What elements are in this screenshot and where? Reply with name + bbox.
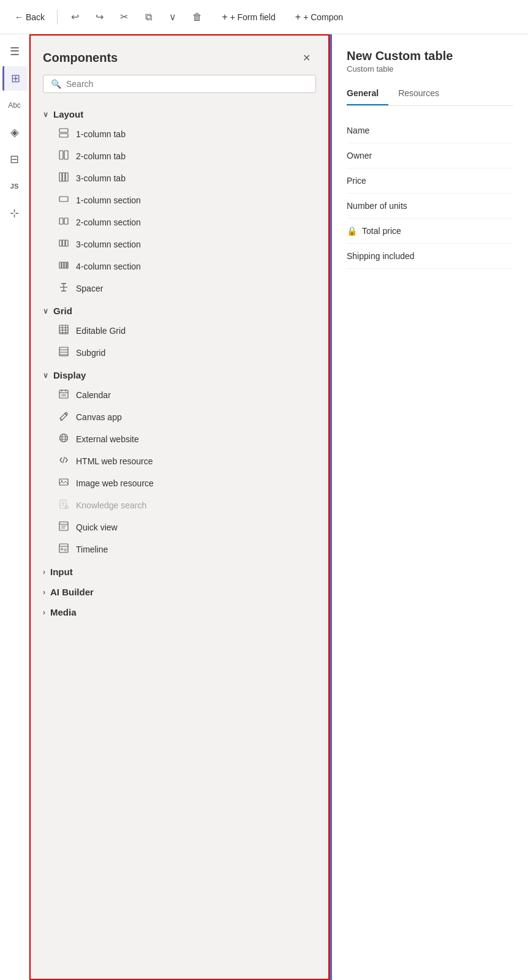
delete-button[interactable]: 🗑 — [187, 7, 207, 27]
delete-icon: 🗑 — [192, 12, 202, 23]
tab-general[interactable]: General — [347, 83, 388, 105]
canvas-app-icon — [58, 411, 70, 423]
cut-button[interactable]: ✂ — [114, 7, 134, 27]
component-button[interactable]: + + Compon — [290, 9, 348, 25]
back-label: Back — [26, 12, 45, 22]
component-editable-grid[interactable]: Editable Grid — [43, 320, 316, 342]
dropdown-button[interactable]: ∨ — [163, 7, 183, 27]
field-price-label: Price — [347, 176, 366, 186]
svg-rect-54 — [59, 544, 68, 552]
search-box[interactable]: 🔍 — [43, 75, 316, 93]
sidebar-hamburger[interactable]: ☰ — [2, 39, 27, 64]
component-spacer[interactable]: Spacer — [43, 277, 316, 300]
sidebar-text[interactable]: Abc — [2, 93, 27, 118]
back-button[interactable]: ← Back — [10, 10, 50, 24]
undo-button[interactable]: ↩ — [65, 7, 85, 27]
category-input-label: Input — [50, 567, 73, 577]
svg-rect-16 — [67, 262, 68, 268]
search-input[interactable] — [66, 79, 308, 89]
svg-rect-11 — [62, 240, 65, 246]
form-field-label: + Form field — [230, 12, 275, 22]
component-3-column-section[interactable]: 3-column section — [43, 233, 316, 255]
svg-rect-31 — [59, 390, 68, 398]
image-web-resource-icon — [58, 477, 70, 489]
svg-rect-9 — [64, 218, 68, 224]
2-column-tab-label: 2-column tab — [76, 151, 126, 161]
category-media-label: Media — [50, 607, 77, 617]
panel-close-button[interactable]: ✕ — [296, 48, 316, 67]
3-column-tab-icon — [58, 172, 70, 184]
component-3-column-tab[interactable]: 3-column tab — [43, 167, 316, 189]
component-timeline[interactable]: Timeline — [43, 538, 316, 560]
component-calendar[interactable]: Calendar — [43, 384, 316, 406]
undo-icon: ↩ — [71, 11, 79, 23]
svg-rect-1 — [59, 134, 68, 137]
subgrid-label: Subgrid — [76, 348, 105, 358]
chevron-right-icon: › — [43, 608, 45, 617]
sidebar-connector[interactable]: ⊹ — [2, 201, 27, 225]
copy-button[interactable]: ⧉ — [138, 7, 158, 27]
component-subgrid[interactable]: Subgrid — [43, 342, 316, 364]
subgrid-icon — [58, 347, 70, 359]
1-column-tab-label: 1-column tab — [76, 129, 126, 139]
layout-items: 1-column tab 2-column tab — [43, 123, 316, 300]
component-quick-view[interactable]: Quick view — [43, 516, 316, 538]
svg-rect-5 — [62, 173, 65, 181]
chevron-down-icon: ∨ — [43, 371, 48, 380]
sidebar-icons: ☰ ⊞ Abc ◈ ⊟ JS ⊹ — [0, 34, 29, 980]
image-web-resource-label: Image web resource — [76, 478, 154, 488]
redo-button[interactable]: ↪ — [89, 7, 109, 27]
knowledge-search-icon — [58, 499, 70, 511]
component-label: + Compon — [303, 12, 343, 22]
svg-rect-2 — [59, 151, 63, 159]
field-name: Name — [347, 118, 513, 143]
sidebar-js[interactable]: JS — [2, 174, 27, 198]
component-1-column-section[interactable]: 1-column section — [43, 189, 316, 211]
sidebar-layers[interactable]: ◈ — [2, 120, 27, 145]
editable-grid-label: Editable Grid — [76, 326, 126, 336]
spacer-label: Spacer — [76, 284, 103, 293]
html-web-resource-label: HTML web resource — [76, 456, 153, 466]
chevron-down-icon: ∨ — [43, 307, 48, 315]
component-2-column-section[interactable]: 2-column section — [43, 211, 316, 233]
panel-header: Components ✕ — [31, 36, 328, 75]
toolbar: ← Back ↩ ↪ ✂ ⧉ ∨ 🗑 + + Form field + + Co… — [0, 0, 528, 34]
component-html-web-resource[interactable]: HTML web resource — [43, 450, 316, 472]
timeline-icon — [58, 543, 70, 556]
category-grid[interactable]: ∨ Grid — [43, 300, 316, 320]
category-input[interactable]: › Input — [43, 560, 316, 581]
sidebar-table[interactable]: ⊟ — [2, 147, 27, 172]
field-price: Price — [347, 168, 513, 194]
category-display[interactable]: ∨ Display — [43, 364, 316, 384]
sidebar-grid[interactable]: ⊞ — [2, 66, 27, 91]
external-website-label: External website — [76, 434, 139, 444]
1-column-section-label: 1-column section — [76, 195, 141, 205]
copy-icon: ⧉ — [145, 12, 152, 23]
component-external-website[interactable]: External website — [43, 428, 316, 450]
component-canvas-app[interactable]: Canvas app — [43, 406, 316, 428]
4-column-section-icon — [58, 260, 70, 273]
svg-point-38 — [60, 434, 68, 442]
component-2-column-tab[interactable]: 2-column tab — [43, 145, 316, 167]
chevron-down-icon: ∨ — [169, 11, 176, 23]
svg-rect-10 — [59, 240, 62, 246]
canvas-app-label: Canvas app — [76, 412, 122, 422]
category-media[interactable]: › Media — [43, 601, 316, 621]
field-total-price: 🔒 Total price — [347, 219, 513, 244]
chevron-right-icon: › — [43, 568, 45, 576]
form-field-button[interactable]: + + Form field — [217, 9, 281, 25]
svg-rect-13 — [59, 262, 61, 268]
component-1-column-tab[interactable]: 1-column tab — [43, 123, 316, 145]
component-image-web-resource[interactable]: Image web resource — [43, 472, 316, 494]
timeline-label: Timeline — [76, 545, 108, 554]
component-knowledge-search: Knowledge search — [43, 494, 316, 516]
field-owner: Owner — [347, 143, 513, 168]
tab-resources[interactable]: Resources — [398, 83, 449, 105]
grid-items: Editable Grid Subgrid — [43, 320, 316, 364]
component-4-column-section[interactable]: 4-column section — [43, 255, 316, 277]
category-display-label: Display — [53, 370, 86, 380]
category-layout[interactable]: ∨ Layout — [43, 103, 316, 123]
category-ai-builder[interactable]: › AI Builder — [43, 581, 316, 601]
svg-point-56 — [61, 548, 63, 550]
field-number-of-units: Number of units — [347, 194, 513, 219]
